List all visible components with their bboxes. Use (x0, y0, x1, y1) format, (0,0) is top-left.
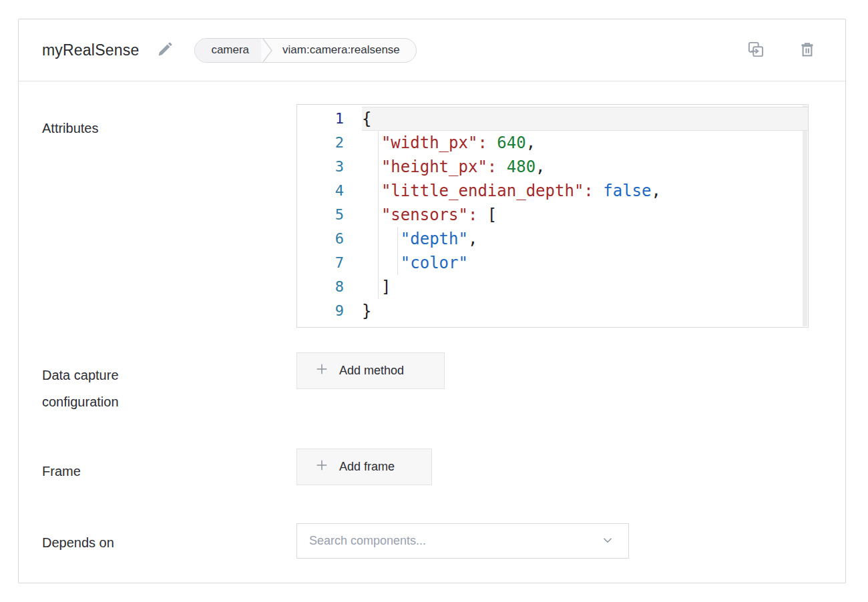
code-line-content: "sensors": [ (362, 203, 808, 227)
duplicate-icon (745, 39, 767, 62)
code-line-content: "height_px": 480, (362, 155, 808, 179)
add-frame-label: Add frame (339, 460, 395, 474)
editor-line[interactable]: 5 "sensors": [ (297, 203, 808, 227)
attributes-label: Attributes (42, 115, 98, 141)
line-number: 8 (297, 275, 362, 299)
duplicate-button[interactable] (745, 39, 767, 62)
add-method-label: Add method (339, 364, 404, 378)
line-number: 2 (297, 131, 362, 155)
rename-button[interactable] (156, 40, 174, 60)
line-number: 3 (297, 155, 362, 179)
line-number: 6 (297, 227, 362, 251)
editor-line[interactable]: 6 "depth", (297, 227, 808, 251)
editor-line[interactable]: 7 "color" (297, 251, 808, 275)
line-number: 1 (297, 107, 362, 131)
line-number: 4 (297, 179, 362, 203)
frame-label: Frame (42, 458, 81, 485)
code-line-content: } (362, 299, 808, 323)
add-frame-button[interactable]: Add frame (296, 448, 432, 485)
breadcrumb-model: viam:camera:realsense (274, 39, 416, 62)
header-actions (745, 39, 817, 62)
editor-line[interactable]: 1{ (297, 107, 808, 131)
plus-icon (314, 458, 329, 476)
code-line-content: { (362, 107, 808, 131)
line-number: 7 (297, 251, 362, 275)
data-capture-label: Data capture configuration (42, 362, 186, 415)
breadcrumb: camera viam:camera:realsense (194, 38, 416, 63)
pencil-icon (156, 40, 174, 60)
depends-on-select[interactable] (296, 523, 629, 559)
code-line-content: "depth", (362, 227, 808, 251)
chevron-down-icon[interactable] (600, 533, 615, 550)
editor-line[interactable]: 4 "little_endian_depth": false, (297, 179, 808, 203)
chevron-right-icon (261, 39, 274, 62)
editor-line[interactable]: 3 "height_px": 480, (297, 155, 808, 179)
attributes-code-editor-lines: 1{2 "width_px": 640,3 "height_px": 480,4… (297, 105, 808, 323)
search-components-input[interactable] (309, 534, 600, 548)
component-header: myRealSense camera viam:camera:realsense (19, 19, 845, 81)
component-name: myRealSense (42, 41, 139, 59)
depends-on-label: Depends on (42, 529, 114, 556)
editor-line[interactable]: 2 "width_px": 640, (297, 131, 808, 155)
delete-button[interactable] (797, 39, 817, 61)
editor-line[interactable]: 9} (297, 299, 808, 323)
trash-icon (797, 39, 817, 61)
add-method-button[interactable]: Add method (296, 352, 445, 389)
code-line-content: "color" (362, 251, 808, 275)
line-number: 5 (297, 203, 362, 227)
code-line-content: "little_endian_depth": false, (362, 179, 808, 203)
component-config-card: myRealSense camera viam:camera:realsense (18, 19, 846, 583)
editor-line[interactable]: 8 ] (297, 275, 808, 299)
line-number: 9 (297, 299, 362, 323)
code-line-content: "width_px": 640, (362, 131, 808, 155)
attributes-code-editor[interactable]: 1{2 "width_px": 640,3 "height_px": 480,4… (296, 104, 809, 328)
code-line-content: ] (362, 275, 808, 299)
plus-icon (314, 362, 329, 380)
breadcrumb-type: camera (195, 39, 261, 62)
